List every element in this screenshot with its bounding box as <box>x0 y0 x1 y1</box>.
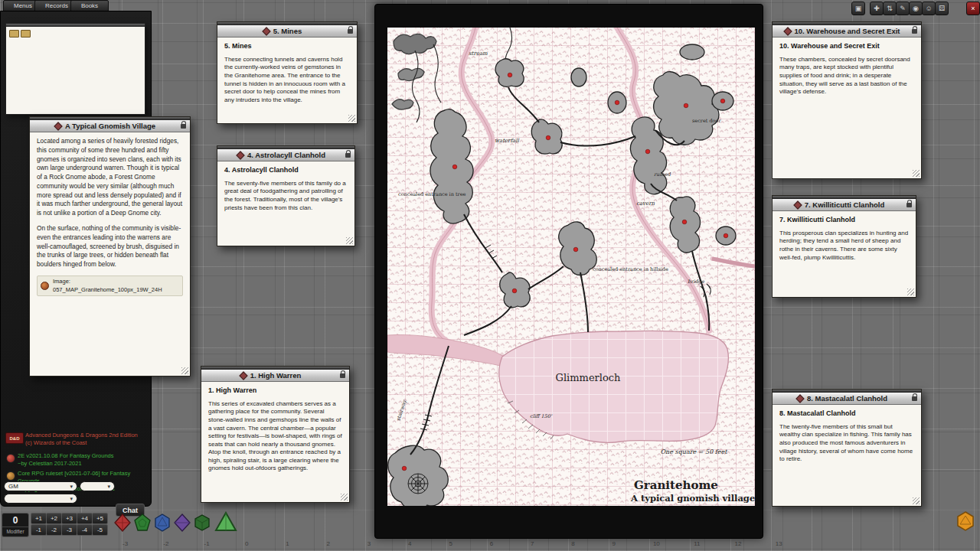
window-title: A Typical Gnomish Village <box>65 122 155 130</box>
image-window-granitehome[interactable]: stream waterfall concealed entrance in t… <box>374 4 763 539</box>
grid-ruler-number: 11 <box>694 540 700 547</box>
resize-grip[interactable] <box>181 367 188 374</box>
close-button[interactable]: × <box>966 2 980 15</box>
modifier-plus1-button[interactable]: +1 <box>31 513 47 524</box>
ruleset-info-2: 2E v2021.10.08 For Fantasy Grounds ~by C… <box>18 452 148 468</box>
story-window-mastacalatl[interactable]: 8. Mastacalatl Clanhold 8. Mastacalatl C… <box>772 389 922 507</box>
label-ruined: ruined <box>654 171 671 178</box>
resize-grip[interactable] <box>348 115 355 122</box>
lock-icon[interactable] <box>345 153 351 158</box>
window-titlebar[interactable]: 4. Astrolacyll Clanhold <box>217 149 354 161</box>
story-window-kwilliticutti[interactable]: 7. Kwilliticutti Clanhold 7. Kwilliticut… <box>772 195 916 298</box>
target-button[interactable]: ◉ <box>909 2 923 15</box>
window-title: 1. High Warren <box>250 371 302 380</box>
window-titlebar[interactable]: 5. Mines <box>217 25 357 37</box>
character-button[interactable]: ☺ <box>922 2 936 15</box>
window-title: 8. Mastacalatl Clanhold <box>807 394 887 403</box>
die-icon: ⚄ <box>939 5 945 12</box>
lock-icon[interactable] <box>912 29 917 34</box>
story-text: 8. Mastacalatl Clanhold The twenty-five … <box>773 405 921 468</box>
window-titlebar[interactable]: 8. Mastacalatl Clanhold <box>773 393 921 405</box>
lock-icon[interactable] <box>181 124 186 129</box>
story-heading: 8. Mastacalatl Clanhold <box>779 409 914 419</box>
modifier-minus2-button[interactable]: -2 <box>46 524 62 536</box>
chevron-down-icon: ▾ <box>70 484 73 490</box>
story-text: 4. Astrolacyll Clanhold The seventy-five… <box>217 161 354 217</box>
grid-ruler-number: 3 <box>368 540 371 547</box>
resize-grip[interactable] <box>341 494 348 500</box>
grid-ruler-number: 6 <box>490 540 493 547</box>
modifier-minus5-button[interactable]: -5 <box>92 524 108 536</box>
lock-icon[interactable] <box>906 203 912 207</box>
d12-die[interactable] <box>133 514 152 532</box>
fantasy-grounds-desktop: -3-2-1012345678910111213 Menus Records B… <box>0 0 980 551</box>
list-window[interactable] <box>5 23 145 115</box>
modifier-label: Modifier <box>2 527 28 535</box>
story-window-village[interactable]: A Typical Gnomish Village Located among … <box>29 116 191 377</box>
map-title: Granitehome <box>634 478 718 492</box>
draw-button[interactable]: ✎ <box>896 2 910 15</box>
lock-icon[interactable] <box>340 373 345 378</box>
window-titlebar[interactable]: 10. Warehouse and Secret Exit <box>773 25 921 37</box>
dice-tray-icon[interactable] <box>956 511 975 531</box>
story-window-warehouse[interactable]: 10. Warehouse and Secret Exit 10. Wareho… <box>772 21 922 179</box>
lock-icon[interactable] <box>348 29 353 34</box>
modifier-minus3-button[interactable]: -3 <box>61 524 77 536</box>
d6-die[interactable] <box>193 514 211 532</box>
window-titlebar[interactable]: 7. Kwilliticutti Clanhold <box>773 199 916 211</box>
d8-die[interactable] <box>173 514 191 532</box>
window-titlebar[interactable]: 1. High Warren <box>201 370 349 382</box>
modifier-plus2-button[interactable]: +2 <box>46 513 62 524</box>
resize-grip[interactable] <box>907 289 914 295</box>
modifier-button-label: +1 <box>35 515 42 522</box>
voice-select[interactable]: ▾ <box>80 481 115 491</box>
d20-die[interactable] <box>153 514 172 532</box>
story-window-mines[interactable]: 5. Mines 5. Mines These connecting tunne… <box>217 21 358 124</box>
resize-grip[interactable] <box>913 170 920 177</box>
modifier-plus4-button[interactable]: +4 <box>77 513 93 524</box>
d10-die[interactable] <box>113 514 132 532</box>
modifier-minus4-button[interactable]: -4 <box>77 524 93 536</box>
label-glimmerloch: Glimmerloch <box>556 372 622 383</box>
modifier-plus5-button[interactable]: +5 <box>92 513 108 524</box>
modifier-box[interactable]: 0 Modifier <box>2 513 29 537</box>
modifier-button-label: -3 <box>67 527 72 533</box>
label-stream: stream <box>469 51 488 57</box>
story-window-astrolacyll[interactable]: 4. Astrolacyll Clanhold 4. Astrolacyll C… <box>217 145 355 246</box>
speaker-label: GM <box>8 483 18 490</box>
modifier-button-label: -2 <box>51 527 57 533</box>
grid-ruler-number: 1 <box>286 540 289 547</box>
speaker-select[interactable]: GM ▾ <box>4 481 77 491</box>
resize-grip[interactable] <box>913 497 920 504</box>
story-window-highwarren[interactable]: 1. High Warren 1. High Warren This serie… <box>201 366 350 503</box>
folder-icon[interactable] <box>21 30 31 37</box>
fullscreen-button[interactable]: ▣ <box>851 2 865 15</box>
lock-icon[interactable] <box>912 396 917 401</box>
story-text: 10. Warehouse and Secret Exit These cham… <box>773 37 921 101</box>
window-titlebar[interactable]: A Typical Gnomish Village <box>30 120 190 132</box>
diamond-icon <box>793 201 802 209</box>
modifier-plus3-button[interactable]: +3 <box>61 513 77 524</box>
tab-records-label: Records <box>45 2 68 9</box>
paragraph: This prosperous clan specializes in hunt… <box>779 230 909 262</box>
image-link[interactable]: Image: 057_MAP_Granitehome_100px_19W_24H <box>37 276 183 296</box>
folder-icon[interactable] <box>9 30 19 37</box>
modifier-button-label: +3 <box>66 515 73 522</box>
d4-die[interactable] <box>214 511 237 533</box>
resize-grip[interactable] <box>346 237 353 244</box>
amphitheater <box>408 474 428 494</box>
dice-button[interactable]: ⚄ <box>935 2 949 15</box>
village-map[interactable]: stream waterfall concealed entrance in t… <box>387 28 755 506</box>
chat-entry-mode[interactable]: ▾ <box>4 494 77 504</box>
label-cavern: cavern <box>636 201 655 207</box>
story-heading: 5. Mines <box>224 42 350 51</box>
tab-books[interactable]: Books <box>70 0 109 11</box>
move-button[interactable]: ✚ <box>870 2 884 15</box>
modifier-minus1-button[interactable]: -1 <box>31 524 47 536</box>
grid-ruler-number: 10 <box>653 540 660 547</box>
sort-button[interactable]: ⇅ <box>883 2 897 15</box>
move-icon: ✚ <box>874 5 880 12</box>
paragraph: These connecting tunnels and caverns hol… <box>224 56 350 104</box>
target-icon: ◉ <box>913 5 919 12</box>
label-cliff: cliff 150' <box>530 413 553 419</box>
